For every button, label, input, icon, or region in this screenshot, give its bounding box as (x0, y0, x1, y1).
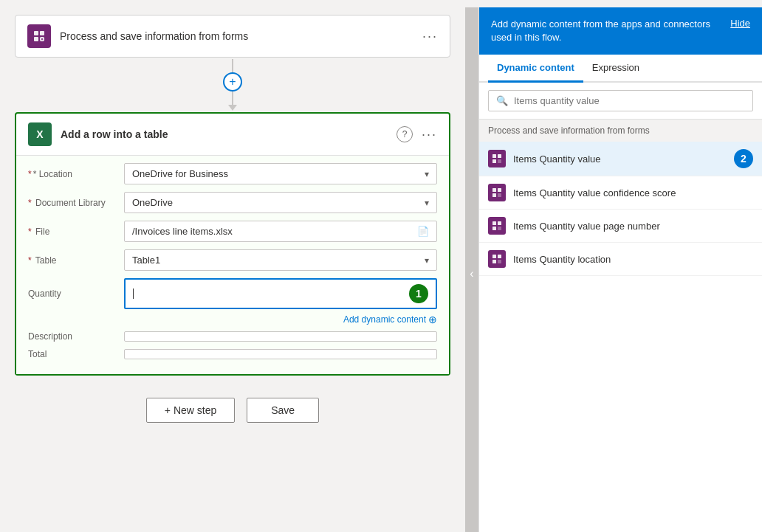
svg-rect-11 (492, 193, 496, 197)
location-dropdown-arrow: ▾ (425, 169, 429, 179)
trigger-more-button[interactable]: ··· (422, 29, 438, 44)
item-icon-0 (488, 150, 506, 167)
svg-rect-7 (492, 159, 496, 163)
item-label-0: Items Quantity value (513, 153, 721, 165)
panel-collapse-button[interactable]: ‹ (465, 7, 478, 532)
doc-library-value: OneDrive (132, 197, 173, 208)
quantity-label: Quantity (28, 289, 124, 299)
panel-header: Add dynamic content from the apps and co… (479, 7, 762, 55)
total-input[interactable] (124, 349, 437, 359)
svg-rect-0 (34, 31, 38, 35)
file-label: * File (28, 227, 124, 237)
total-label: Total (28, 349, 124, 359)
file-value: /Invoices line items.xlsx (132, 226, 233, 237)
quantity-input[interactable]: 1 (124, 278, 437, 309)
action-card-header: X Add a row into a table ? ··· (16, 114, 449, 156)
item-badge-0: 2 (734, 149, 753, 168)
action-card-body: ** Location OneDrive for Business ▾ * Do… (16, 156, 449, 374)
dynamic-link-row: Add dynamic content ⊕ (28, 314, 437, 325)
file-input[interactable]: /Invoices line items.xlsx 📄 (124, 221, 437, 242)
dynamic-content-plus-icon: ⊕ (428, 314, 437, 325)
svg-rect-19 (492, 260, 496, 263)
trigger-title: Process and save information from forms (60, 30, 422, 42)
new-step-button[interactable]: + New step (146, 398, 235, 423)
doc-library-label: * Document Library (28, 198, 124, 208)
action-more-button[interactable]: ··· (422, 127, 437, 142)
description-row: Description (28, 331, 437, 342)
excel-icon: X (28, 122, 52, 146)
svg-rect-6 (498, 154, 501, 158)
panel-section-header: Process and save information from forms (479, 120, 762, 142)
svg-rect-8 (498, 159, 501, 163)
trigger-icon (27, 24, 51, 48)
dynamic-item-0[interactable]: Items Quantity value 2 (479, 142, 762, 176)
svg-rect-18 (498, 255, 501, 258)
panel-hide-button[interactable]: Hide (730, 18, 750, 29)
add-step-button[interactable]: + (223, 72, 242, 91)
save-button[interactable]: Save (247, 398, 319, 423)
item-icon-2 (488, 217, 506, 235)
table-value: Table1 (132, 255, 160, 266)
arrow-down-icon (228, 105, 237, 111)
tab-expression[interactable]: Expression (583, 55, 648, 83)
step-connector: + (223, 59, 242, 111)
location-dropdown[interactable]: OneDrive for Business ▾ (124, 163, 437, 184)
description-input[interactable] (124, 331, 437, 342)
svg-rect-15 (492, 227, 496, 230)
svg-rect-17 (492, 255, 496, 258)
trigger-card: Process and save information from forms … (15, 15, 450, 58)
svg-rect-2 (34, 37, 38, 41)
tab-dynamic-content[interactable]: Dynamic content (488, 55, 583, 83)
svg-rect-14 (498, 221, 501, 225)
action-card: X Add a row into a table ? ··· ** Locati… (15, 112, 450, 376)
plus-icon: + (229, 75, 236, 89)
item-icon-3 (488, 250, 506, 268)
dynamic-item-2[interactable]: Items Quantity value page number (479, 210, 762, 243)
doc-library-row: * Document Library OneDrive ▾ (28, 192, 437, 213)
dynamic-item-1[interactable]: Items Quantity value confidence score (479, 176, 762, 210)
panel-header-text: Add dynamic content from the apps and co… (491, 18, 721, 44)
search-box: 🔍 (488, 90, 753, 111)
panel-search-area: 🔍 (479, 83, 762, 120)
action-card-title: Add a row into a table (61, 128, 397, 140)
table-dropdown-arrow: ▾ (425, 255, 429, 266)
table-label: * Table (28, 255, 124, 266)
svg-rect-1 (40, 31, 44, 35)
panel-tabs: Dynamic content Expression (479, 55, 762, 83)
dynamic-content-panel: Add dynamic content from the apps and co… (478, 7, 762, 532)
help-button[interactable]: ? (397, 126, 413, 142)
action-buttons: + New step Save (146, 398, 319, 423)
dynamic-item-3[interactable]: Items Quantity location (479, 243, 762, 276)
total-row: Total (28, 349, 437, 359)
item-label-2: Items Quantity value page number (513, 221, 753, 232)
svg-rect-10 (498, 188, 501, 192)
svg-rect-9 (492, 188, 496, 192)
search-input[interactable] (514, 95, 745, 106)
doc-library-dropdown-arrow: ▾ (425, 198, 429, 208)
svg-rect-16 (498, 227, 501, 230)
add-dynamic-content-link[interactable]: Add dynamic content ⊕ (343, 314, 437, 325)
table-row: * Table Table1 ▾ (28, 249, 437, 271)
table-dropdown[interactable]: Table1 ▾ (124, 249, 437, 271)
file-row: * File /Invoices line items.xlsx 📄 (28, 221, 437, 242)
quantity-row: Quantity 1 (28, 278, 437, 309)
item-icon-1 (488, 184, 506, 201)
collapse-icon: ‹ (470, 267, 473, 280)
text-cursor (133, 289, 134, 299)
connector-line (232, 59, 233, 72)
location-value: OneDrive for Business (132, 168, 228, 179)
svg-rect-20 (498, 260, 501, 263)
svg-rect-5 (492, 154, 496, 158)
file-browse-icon[interactable]: 📄 (417, 226, 429, 237)
doc-library-dropdown[interactable]: OneDrive ▾ (124, 192, 437, 213)
location-label: ** Location (28, 169, 124, 179)
location-row: ** Location OneDrive for Business ▾ (28, 163, 437, 184)
connector-line-2 (232, 91, 233, 105)
search-icon: 🔍 (496, 95, 508, 106)
svg-rect-13 (492, 221, 496, 225)
description-label: Description (28, 331, 124, 342)
item-label-3: Items Quantity location (513, 254, 753, 265)
quantity-badge: 1 (409, 284, 428, 303)
add-dynamic-content-label: Add dynamic content (343, 314, 426, 325)
quantity-row-wrapper: Quantity 1 Add dynamic content ⊕ (28, 278, 437, 325)
